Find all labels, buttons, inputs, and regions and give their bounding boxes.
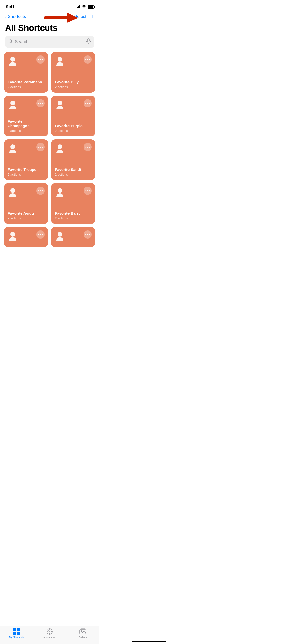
person-icon — [8, 187, 18, 197]
person-icon — [55, 230, 65, 241]
shortcut-actions-1: 2 actions — [55, 85, 92, 89]
shortcuts-grid: Favorite Parathena 2 actions Favorite Bi… — [0, 52, 99, 251]
more-button-7[interactable] — [84, 187, 92, 195]
status-time: 9:41 — [6, 4, 15, 9]
page-title: All Shortcuts — [0, 22, 99, 36]
more-button-3[interactable] — [84, 99, 92, 107]
svg-rect-2 — [87, 39, 89, 42]
shortcut-card-5[interactable]: Favorite Sandi 2 actions — [51, 139, 95, 180]
shortcut-name-0: Favorite Parathena — [8, 80, 45, 84]
search-icon — [9, 39, 13, 45]
shortcut-card-4[interactable]: Favorite Troupe 2 actions — [4, 139, 48, 180]
shortcut-name-4: Favorite Troupe — [8, 167, 45, 172]
back-label: Shortcuts — [8, 14, 26, 19]
shortcut-card-3[interactable]: Favorite Purple 2 actions — [51, 96, 95, 136]
back-chevron-icon: ‹ — [5, 14, 7, 19]
shortcut-name-7: Favorite Barry — [55, 211, 92, 216]
wifi-icon — [82, 5, 86, 9]
person-icon — [55, 143, 65, 153]
mic-icon — [86, 38, 91, 45]
person-icon — [8, 143, 18, 153]
person-icon — [8, 55, 18, 66]
shortcut-actions-3: 2 actions — [55, 129, 92, 133]
back-button[interactable]: ‹ Shortcuts — [5, 14, 26, 19]
shortcut-card-1[interactable]: Favorite Billy 2 actions — [51, 52, 95, 93]
shortcut-actions-4: 2 actions — [8, 173, 45, 177]
signal-icon — [76, 5, 80, 8]
shortcut-actions-5: 2 actions — [55, 173, 92, 177]
shortcut-name-2: Favorite Champagne — [8, 119, 45, 128]
more-button-6[interactable] — [36, 187, 45, 195]
shortcut-name-5: Favorite Sandi — [55, 167, 92, 172]
search-container: Search — [0, 36, 99, 52]
person-icon — [55, 187, 65, 197]
more-button-1[interactable] — [84, 55, 92, 64]
person-icon — [55, 55, 65, 66]
shortcut-actions-7: 2 actions — [55, 216, 92, 220]
more-button-4[interactable] — [36, 143, 45, 151]
select-button[interactable]: Select — [74, 14, 86, 19]
battery-icon — [88, 5, 94, 9]
shortcut-card-8[interactable] — [4, 227, 48, 247]
nav-bar: ‹ Shortcuts Select + — [0, 12, 99, 22]
status-icons — [76, 5, 94, 9]
more-button-5[interactable] — [84, 143, 92, 151]
shortcut-name-3: Favorite Purple — [55, 124, 92, 128]
shortcut-actions-0: 2 actions — [8, 85, 45, 89]
more-button-2[interactable] — [36, 99, 45, 107]
shortcut-actions-6: 2 actions — [8, 216, 45, 220]
shortcut-card-0[interactable]: Favorite Parathena 2 actions — [4, 52, 48, 93]
person-icon — [8, 99, 18, 109]
more-button-9[interactable] — [84, 230, 92, 239]
shortcut-card-6[interactable]: Favorite Avidu 2 actions — [4, 183, 48, 224]
shortcut-actions-2: 2 actions — [8, 129, 45, 133]
add-button[interactable]: + — [90, 13, 94, 20]
more-button-8[interactable] — [36, 230, 45, 239]
search-bar[interactable]: Search — [5, 36, 94, 48]
status-bar: 9:41 — [0, 0, 99, 12]
shortcut-card-7[interactable]: Favorite Barry 2 actions — [51, 183, 95, 224]
nav-actions: Select + — [74, 13, 94, 20]
shortcut-name-1: Favorite Billy — [55, 80, 92, 84]
person-icon — [8, 230, 18, 241]
more-button-0[interactable] — [36, 55, 45, 64]
shortcut-card-9[interactable] — [51, 227, 95, 247]
shortcut-name-6: Favorite Avidu — [8, 211, 45, 216]
shortcut-card-2[interactable]: Favorite Champagne 2 actions — [4, 96, 48, 136]
person-icon — [55, 99, 65, 109]
search-placeholder: Search — [15, 39, 84, 45]
